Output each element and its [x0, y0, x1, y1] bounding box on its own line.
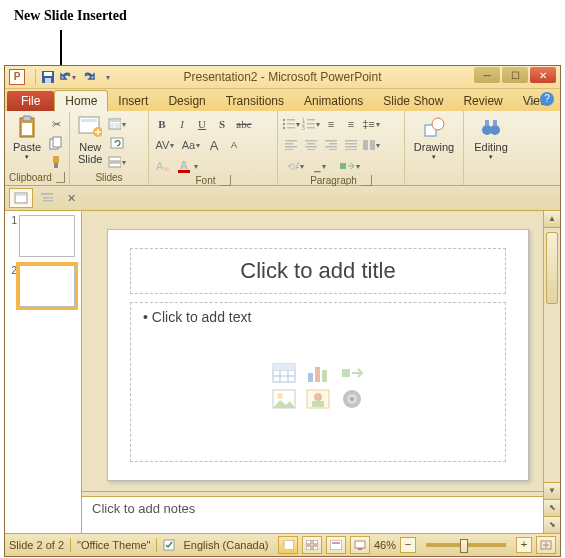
- status-theme[interactable]: "Office Theme": [77, 539, 150, 551]
- thumbnail-row[interactable]: 1: [7, 215, 79, 257]
- font-dialog-launcher[interactable]: [220, 175, 231, 186]
- zoom-out-button[interactable]: −: [400, 537, 416, 553]
- window-maximize-button[interactable]: ☐: [502, 67, 528, 83]
- numbering-button[interactable]: 123: [302, 115, 320, 133]
- align-left-button[interactable]: [282, 136, 300, 154]
- tab-slideshow[interactable]: Slide Show: [373, 91, 453, 111]
- insert-chart-icon[interactable]: [306, 363, 330, 383]
- grow-font-button[interactable]: A: [205, 136, 223, 154]
- format-painter-button[interactable]: [47, 153, 65, 171]
- vertical-scrollbar[interactable]: ▲ ▼ ⬉ ⬊: [543, 211, 560, 533]
- qat-customize-button[interactable]: ▾: [100, 69, 116, 85]
- spellcheck-icon[interactable]: [163, 539, 177, 551]
- sorter-view-button[interactable]: [302, 536, 322, 554]
- increase-indent-button[interactable]: ≡: [342, 115, 360, 133]
- align-text-button[interactable]: ⎯: [308, 157, 332, 175]
- tab-animations[interactable]: Animations: [294, 91, 373, 111]
- slideshow-view-button[interactable]: [350, 536, 370, 554]
- underline-button[interactable]: U: [193, 115, 211, 133]
- next-slide-button[interactable]: ⬊: [544, 516, 560, 533]
- svg-rect-8: [53, 156, 59, 163]
- columns-button[interactable]: [362, 136, 380, 154]
- bold-button[interactable]: B: [153, 115, 171, 133]
- svg-rect-19: [109, 163, 121, 167]
- prev-slide-button[interactable]: ⬉: [544, 499, 560, 516]
- font-color-button[interactable]: A: [173, 157, 201, 175]
- justify-button[interactable]: [342, 136, 360, 154]
- reading-view-button[interactable]: [326, 536, 346, 554]
- insert-table-icon[interactable]: [272, 363, 296, 383]
- char-spacing-button[interactable]: AV: [153, 136, 177, 154]
- notes-pane[interactable]: Click to add notes: [82, 496, 544, 533]
- shrink-font-button[interactable]: A: [225, 136, 243, 154]
- normal-view-button[interactable]: [278, 536, 298, 554]
- ribbon-minimize-button[interactable]: △: [526, 93, 534, 106]
- line-spacing-button[interactable]: ‡≡: [362, 115, 380, 133]
- tab-home[interactable]: Home: [54, 90, 108, 112]
- tab-review[interactable]: Review: [453, 91, 512, 111]
- scroll-thumb[interactable]: [546, 232, 558, 304]
- drawing-button[interactable]: Drawing▾: [410, 113, 458, 163]
- qat-save-button[interactable]: [40, 69, 56, 85]
- help-button[interactable]: ?: [540, 92, 554, 106]
- qat-undo-button[interactable]: [60, 69, 76, 85]
- bullets-button[interactable]: [282, 115, 300, 133]
- editing-button[interactable]: Editing▾: [470, 113, 512, 163]
- tab-transitions[interactable]: Transitions: [216, 91, 294, 111]
- title-placeholder[interactable]: Click to add title: [130, 248, 506, 294]
- tab-insert[interactable]: Insert: [108, 91, 158, 111]
- slide-thumbnails-panel[interactable]: 1 2: [5, 211, 82, 533]
- slide-canvas[interactable]: Click to add title Click to add text: [107, 229, 529, 481]
- content-placeholder[interactable]: Click to add text: [130, 302, 506, 462]
- fit-window-button[interactable]: [536, 536, 556, 554]
- slides-tab-button[interactable]: [9, 188, 33, 208]
- outline-tab-button[interactable]: [35, 188, 59, 208]
- change-case-button[interactable]: Aa: [179, 136, 203, 154]
- align-right-button[interactable]: [322, 136, 340, 154]
- svg-rect-23: [178, 170, 190, 173]
- smartart-convert-button[interactable]: [334, 157, 364, 175]
- slide-thumbnail-2[interactable]: [19, 265, 75, 307]
- tab-design[interactable]: Design: [158, 91, 215, 111]
- file-tab[interactable]: File: [7, 91, 54, 111]
- insert-clipart-icon[interactable]: [306, 389, 330, 409]
- window-minimize-button[interactable]: ─: [474, 67, 500, 83]
- text-direction-button[interactable]: ⟲A: [282, 157, 306, 175]
- decrease-indent-button[interactable]: ≡: [322, 115, 340, 133]
- align-center-button[interactable]: [302, 136, 320, 154]
- svg-rect-38: [285, 146, 297, 148]
- status-language[interactable]: English (Canada): [183, 539, 268, 551]
- svg-rect-88: [306, 540, 311, 544]
- qat-redo-button[interactable]: [80, 69, 96, 85]
- zoom-slider-knob[interactable]: [460, 539, 468, 553]
- strikethrough-button[interactable]: abc: [233, 115, 255, 133]
- paragraph-dialog-launcher[interactable]: [361, 175, 372, 186]
- scroll-up-button[interactable]: ▲: [544, 211, 560, 228]
- cut-button[interactable]: ✂: [47, 115, 65, 133]
- scroll-down-button[interactable]: ▼: [544, 482, 560, 499]
- clipboard-dialog-launcher[interactable]: [56, 172, 65, 183]
- svg-text:A: A: [180, 159, 188, 171]
- window-close-button[interactable]: ✕: [530, 67, 556, 83]
- shadow-button[interactable]: S: [213, 115, 231, 133]
- paste-button[interactable]: Paste ▾: [9, 113, 45, 163]
- italic-button[interactable]: I: [173, 115, 191, 133]
- status-zoom-value[interactable]: 46%: [374, 539, 396, 551]
- panel-close-button[interactable]: ✕: [67, 192, 76, 205]
- clear-formatting-button[interactable]: A: [153, 157, 171, 175]
- svg-text:⟲A: ⟲A: [287, 161, 299, 172]
- svg-rect-73: [308, 373, 313, 382]
- slide-canvas-area[interactable]: Click to add title Click to add text: [82, 211, 560, 491]
- slide-layout-button[interactable]: [108, 115, 126, 133]
- thumbnail-row[interactable]: 2: [7, 265, 79, 307]
- reset-slide-button[interactable]: [108, 134, 126, 152]
- zoom-in-button[interactable]: +: [516, 537, 532, 553]
- section-button[interactable]: [108, 153, 126, 171]
- insert-media-icon[interactable]: [340, 389, 364, 409]
- zoom-slider[interactable]: [426, 543, 506, 547]
- insert-picture-icon[interactable]: [272, 389, 296, 409]
- insert-smartart-icon[interactable]: [340, 363, 364, 383]
- slide-thumbnail-1[interactable]: [19, 215, 75, 257]
- copy-button[interactable]: [47, 134, 65, 152]
- new-slide-button[interactable]: New Slide: [74, 113, 106, 167]
